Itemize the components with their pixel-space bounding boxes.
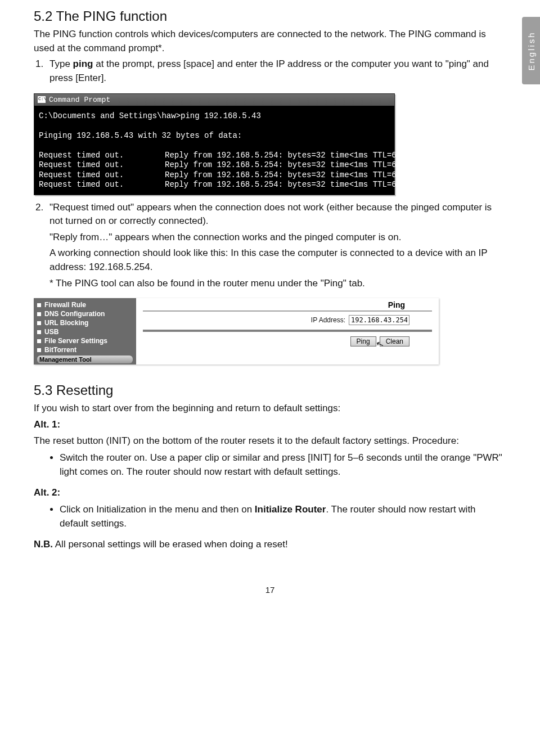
ip-address-input[interactable] (349, 315, 410, 325)
section-5-2-heading: 5.2 The PING function (34, 8, 506, 24)
bullet-icon (37, 312, 41, 316)
nb-note: N.B. All personal settings will be erase… (34, 538, 506, 552)
router-main-panel: Ping IP Address: Ping Clean ↖ (136, 298, 439, 364)
bullet-icon (37, 321, 41, 325)
page-number: 17 (34, 585, 506, 595)
command-prompt-body: C:\Documents and Settings\haw>ping 192.1… (34, 106, 394, 195)
command-prompt-window: Command Prompt C:\Documents and Settings… (34, 93, 395, 195)
sidebar-item-usb[interactable]: USB (37, 327, 133, 336)
section-5-3-heading: 5.3 Resetting (34, 382, 506, 398)
step-2: "Request timed out" appears when the con… (46, 201, 506, 291)
alt-2-step: Click on Initialization in the menu and … (60, 503, 506, 530)
section-5-3-intro: If you wish to start over from the begin… (34, 402, 506, 416)
bullet-icon (37, 330, 41, 334)
sidebar-item-dns[interactable]: DNS Configuration (37, 309, 133, 318)
router-page-title: Ping (143, 300, 432, 309)
sidebar-item-bittorrent[interactable]: BitTorrent (37, 345, 133, 354)
divider (143, 330, 432, 332)
ip-address-label: IP Address: (311, 316, 345, 324)
command-prompt-titlebar: Command Prompt (34, 94, 394, 106)
router-ping-screenshot: Firewall Rule DNS Configuration URL Bloc… (34, 298, 439, 364)
cmd-icon (38, 96, 46, 103)
ping-button[interactable]: Ping (350, 336, 376, 346)
language-tab: English (522, 17, 540, 84)
alt-1-label: Alt. 1: (34, 418, 506, 432)
sidebar-item-management-tool[interactable]: Management Tool (37, 356, 133, 363)
divider (143, 310, 432, 312)
step-1: Type ping at the prompt, press [space] a… (46, 57, 506, 85)
sidebar-item-file-server[interactable]: File Server Settings (37, 336, 133, 345)
bullet-icon (37, 348, 41, 352)
sidebar-item-url-blocking[interactable]: URL Blocking (37, 318, 133, 327)
alt-2-label: Alt. 2: (34, 486, 506, 500)
router-sidebar: Firewall Rule DNS Configuration URL Bloc… (34, 298, 136, 364)
bullet-icon (37, 339, 41, 343)
command-prompt-title: Command Prompt (49, 96, 110, 104)
bullet-icon (37, 303, 41, 307)
section-5-2-intro: The PING function controls which devices… (34, 28, 506, 55)
language-tab-label: English (526, 31, 536, 70)
alt-1-step: Switch the router on. Use a paper clip o… (60, 451, 506, 479)
sidebar-item-firewall[interactable]: Firewall Rule (37, 300, 133, 309)
alt-1-text: The reset button (INIT) on the bottom of… (34, 434, 506, 448)
